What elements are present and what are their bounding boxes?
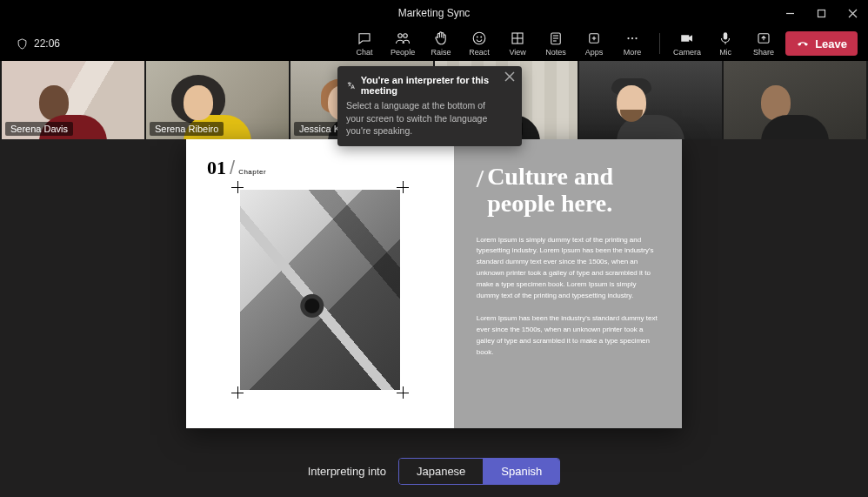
people-icon [395,30,411,46]
participant-tile[interactable] [724,61,866,139]
people-button[interactable]: People [386,30,419,57]
timer-text: 22:06 [34,37,60,50]
svg-point-7 [477,37,478,37]
chat-label: Chat [357,48,373,57]
chapter-number: 01 [207,157,226,179]
leave-button[interactable]: Leave [785,31,858,56]
shield-icon [16,37,29,50]
participant-strip: Serena Davis Serena Ribeiro Jessica Klin… [0,61,868,139]
chat-icon [357,30,372,46]
participant-tile[interactable]: Serena Ribeiro [146,61,289,139]
participant-tile[interactable]: Serena Davis [2,61,144,139]
notes-icon [548,30,564,46]
chat-button[interactable]: Chat [348,30,381,57]
view-label: View [509,48,525,57]
interpreter-tooltip: You're an interpreter for this meeting S… [337,66,522,146]
camera-button[interactable]: Camera [671,30,704,57]
language-segmented-control: Japanese Spanish [398,458,560,485]
apps-button[interactable]: Apps [578,30,611,57]
slide-title-text: Culture and people here. [487,164,659,218]
react-button[interactable]: React [463,30,496,57]
svg-point-21 [636,37,638,39]
slide-title: / Culture and people here. [477,164,659,218]
mic-button[interactable]: Mic [709,30,742,57]
tooltip-body: Select a language at the bottom of your … [346,99,499,138]
more-label: More [624,48,642,57]
window-controls [774,0,868,26]
raise-label: Raise [431,48,451,57]
shared-content: 01 / Chapter / Culture and people here. … [186,139,682,428]
react-label: React [469,48,490,57]
slide-right-page: / Culture and people here. Lorem Ipsum i… [454,139,682,428]
svg-rect-1 [818,10,825,17]
language-option-spanish[interactable]: Spanish [483,459,559,484]
svg-point-20 [631,37,633,39]
slide-left-page: 01 / Chapter [186,139,454,428]
slide-photo [240,190,400,390]
slide-paragraph: Lorem Ipsum has been the industry's stan… [477,313,659,358]
chapter-label: Chapter [238,168,266,176]
interpret-bar: Interpreting into Japanese Spanish [0,458,868,485]
share-icon [756,30,771,46]
participant-tile[interactable] [579,61,722,139]
meeting-toolbar: 22:06 Chat People Raise React View Notes… [0,26,868,61]
svg-point-19 [628,37,630,39]
chapter-slash: / [230,157,235,179]
maximize-button[interactable] [805,0,837,26]
language-option-japanese[interactable]: Japanese [399,459,483,484]
leave-label: Leave [815,37,847,50]
raise-hand-button[interactable]: Raise [424,30,457,57]
mic-icon [718,30,733,46]
notes-button[interactable]: Notes [539,30,572,57]
svg-point-5 [404,34,408,38]
apps-label: Apps [585,48,604,57]
svg-point-8 [481,37,482,37]
close-icon [504,71,515,82]
share-label: Share [753,48,774,57]
translate-icon [346,80,356,91]
apps-icon [586,30,602,46]
participant-name: Serena Ribeiro [150,122,224,136]
more-button[interactable]: More [616,30,649,57]
minimize-button[interactable] [774,0,805,26]
people-label: People [391,48,415,57]
tooltip-title: You're an interpreter for this meeting [361,75,499,96]
smile-icon [471,30,487,46]
share-button[interactable]: Share [747,30,780,57]
slide-paragraph: Lorem Ipsum is simply dummy text of the … [477,235,659,302]
svg-point-6 [473,32,485,44]
title-bar: Marketing Sync [0,0,868,26]
close-button[interactable] [837,0,868,26]
photo-image [240,190,400,390]
toolbar-divider [659,33,660,54]
meeting-timer: 22:06 [16,37,60,50]
camera-icon [679,30,695,46]
chapter-heading: 01 / Chapter [207,157,433,179]
window-title: Marketing Sync [398,7,471,19]
view-button[interactable]: View [501,30,534,57]
title-slash-icon: / [477,164,484,218]
slide-body: Lorem Ipsum is simply dummy text of the … [477,235,659,359]
interpret-label: Interpreting into [308,465,386,478]
grid-icon [510,30,525,46]
svg-point-4 [398,34,403,38]
hand-icon [433,30,449,46]
svg-rect-22 [724,32,728,39]
more-icon [624,30,640,46]
mic-label: Mic [719,48,731,57]
phone-down-icon [796,37,810,50]
participant-name: Serena Davis [5,122,73,136]
camera-label: Camera [673,48,701,57]
tooltip-close-button[interactable] [504,71,517,84]
notes-label: Notes [545,48,566,57]
